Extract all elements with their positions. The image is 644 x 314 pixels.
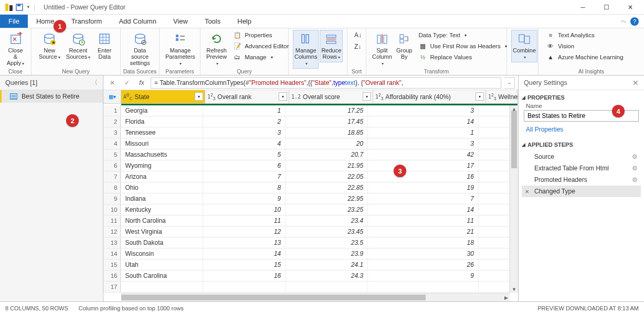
cell bbox=[121, 281, 203, 292]
all-properties-link[interactable]: All Properties bbox=[519, 124, 644, 137]
scroll-thumb[interactable] bbox=[511, 111, 517, 168]
table-row[interactable]: 6Wyoming621.9517 bbox=[103, 160, 510, 171]
group-by-button[interactable]: Group By bbox=[395, 30, 414, 61]
table-row[interactable]: 10Kentucky1023.2514 bbox=[103, 204, 510, 215]
minimize-button[interactable]: ─ bbox=[571, 0, 595, 15]
scroll-thumb-h[interactable] bbox=[121, 295, 426, 300]
scroll-down-icon[interactable]: ▼ bbox=[510, 286, 518, 293]
table-row[interactable]: 4Missouri4203 bbox=[103, 138, 510, 149]
filter-dropdown-icon[interactable]: ▾ bbox=[363, 92, 371, 101]
manage-parameters-icon bbox=[173, 31, 187, 46]
table-row[interactable]: 14Wisconsin1423.930 bbox=[103, 248, 510, 259]
applied-step[interactable]: Changed Type bbox=[522, 186, 641, 197]
cell: 19 bbox=[368, 182, 479, 193]
azure-ml-button[interactable]: ▲Azure Machine Learning bbox=[543, 52, 627, 62]
manage-columns-button[interactable]: Manage Columns▾ bbox=[293, 30, 319, 69]
table-row[interactable]: 7Arizona722.0516 bbox=[103, 171, 510, 182]
menu-view[interactable]: View bbox=[165, 15, 196, 28]
qat-dropdown-icon[interactable]: ▼ bbox=[26, 5, 30, 9]
applied-step[interactable]: Source⚙ bbox=[522, 151, 641, 163]
close-apply-button[interactable]: ✕ Close & Apply▾ bbox=[4, 30, 27, 69]
svg-rect-23 bbox=[302, 35, 304, 43]
menu-help[interactable]: Help bbox=[229, 15, 260, 28]
cell: North Carolina bbox=[121, 215, 203, 226]
vision-button[interactable]: 👁Vision bbox=[543, 41, 627, 51]
sort-asc-button[interactable]: A↓ bbox=[352, 30, 364, 40]
table-row[interactable]: 9Indiana922.957 bbox=[103, 193, 510, 204]
first-row-headers-button[interactable]: ▦Use First Row as Headers▾ bbox=[415, 41, 510, 51]
ribbon-collapse-icon[interactable]: へ bbox=[621, 18, 626, 25]
select-all-corner[interactable]: ▦▾ bbox=[103, 90, 121, 103]
data-source-settings-button[interactable]: Data source settings bbox=[125, 30, 155, 68]
table-row[interactable]: 11North Carolina1123.411 bbox=[103, 215, 510, 226]
ribbon-group-datasources: Data Sources bbox=[121, 68, 159, 74]
applied-step[interactable]: Extracted Table From Html⚙ bbox=[522, 163, 641, 174]
filter-dropdown-icon[interactable]: ▾ bbox=[279, 92, 287, 101]
table-row[interactable]: 3Tennessee318.851 bbox=[103, 127, 510, 138]
column-header[interactable]: 123Overall rank▾ bbox=[205, 90, 289, 103]
close-button[interactable]: ✕ bbox=[618, 0, 642, 15]
scroll-right-icon[interactable]: ▶ bbox=[502, 294, 510, 301]
close-settings-icon[interactable]: ✕ bbox=[632, 79, 639, 87]
vertical-scrollbar[interactable]: ▲ ▼ bbox=[510, 105, 518, 293]
column-header[interactable]: 123Wellnes bbox=[486, 90, 518, 103]
menu-tools[interactable]: Tools bbox=[196, 15, 229, 28]
properties-button[interactable]: 📋Properties bbox=[229, 30, 292, 40]
table-row[interactable]: 1Georgia117.253 bbox=[103, 105, 510, 116]
filter-dropdown-icon[interactable]: ▾ bbox=[195, 92, 203, 101]
menu-transform[interactable]: Transform bbox=[63, 15, 111, 28]
cancel-formula-button[interactable]: ✕ bbox=[107, 78, 118, 88]
table-row[interactable]: 2Florida217.4514 bbox=[103, 116, 510, 127]
advanced-editor-button[interactable]: 📝Advanced Editor bbox=[229, 41, 292, 51]
column-header[interactable]: 123Affordability rank (40%)▾ bbox=[373, 90, 486, 103]
ribbon-group-ai: AI Insights bbox=[539, 68, 644, 74]
svg-rect-11 bbox=[100, 34, 109, 44]
applied-steps-section[interactable]: ◢APPLIED STEPS bbox=[519, 137, 644, 150]
formula-expand-icon[interactable]: ⌄ bbox=[504, 77, 515, 89]
refresh-preview-button[interactable]: Refresh Preview▾ bbox=[205, 30, 228, 69]
manage-button[interactable]: 🗂Manage▾ bbox=[229, 52, 292, 62]
new-source-button[interactable]: ★ New Source▾ bbox=[36, 30, 64, 62]
table-row[interactable]: 17 bbox=[103, 281, 510, 293]
maximize-button[interactable]: ☐ bbox=[595, 0, 618, 15]
gear-icon[interactable]: ⚙ bbox=[632, 165, 638, 172]
table-row[interactable]: 13South Dakota1323.518 bbox=[103, 237, 510, 248]
properties-section[interactable]: ◢PROPERTIES bbox=[519, 90, 644, 103]
menu-file[interactable]: File bbox=[0, 15, 28, 28]
recent-sources-button[interactable]: Recent Sources▾ bbox=[65, 30, 92, 62]
table-row[interactable]: 12West Virginia1223.4521 bbox=[103, 226, 510, 237]
query-item[interactable]: Best States to Retire bbox=[0, 90, 103, 103]
split-column-button[interactable]: Split Column▾ bbox=[371, 30, 394, 69]
text-analytics-icon: ≡ bbox=[546, 31, 555, 39]
menu-add-column[interactable]: Add Column bbox=[110, 15, 165, 28]
column-header[interactable]: ABCState▾ bbox=[121, 90, 205, 103]
combine-button[interactable]: Combine▾ bbox=[511, 30, 537, 62]
table-row[interactable]: 15Utah1524.126 bbox=[103, 259, 510, 270]
cell bbox=[479, 149, 510, 160]
table-row[interactable]: 8Ohio822.8519 bbox=[103, 182, 510, 193]
cell: 1 bbox=[203, 105, 286, 116]
sort-desc-button[interactable]: Z↓ bbox=[352, 41, 364, 52]
reduce-rows-button[interactable]: Reduce Rows▾ bbox=[320, 30, 343, 62]
filter-dropdown-icon[interactable]: ▾ bbox=[476, 92, 484, 101]
help-icon[interactable]: ? bbox=[630, 17, 639, 26]
column-header[interactable]: 1.2Overall score▾ bbox=[289, 90, 373, 103]
svg-text:★: ★ bbox=[51, 40, 56, 45]
table-row[interactable]: 16South Carolina1624.39 bbox=[103, 270, 510, 281]
ribbon-group-transform: Transform bbox=[366, 68, 506, 74]
applied-step[interactable]: Promoted Headers⚙ bbox=[522, 174, 641, 186]
replace-values-button[interactable]: ½Replace Values bbox=[415, 52, 510, 62]
text-analytics-button[interactable]: ≡Text Analytics bbox=[543, 30, 627, 40]
data-type-button[interactable]: Data Type: Text▾ bbox=[415, 30, 510, 40]
save-icon[interactable] bbox=[15, 3, 24, 12]
gear-icon[interactable]: ⚙ bbox=[632, 153, 638, 160]
table-row[interactable]: 5Massachusetts520.742 bbox=[103, 149, 510, 160]
horizontal-scrollbar[interactable]: ◀ ▶ bbox=[121, 293, 510, 301]
formula-input[interactable]: = Table.TransformColumnTypes(#"Promoted … bbox=[151, 77, 501, 89]
enter-data-button[interactable]: Enter Data bbox=[93, 30, 116, 61]
collapse-queries-icon[interactable]: 〈 bbox=[91, 78, 98, 87]
accept-formula-button[interactable]: ✓ bbox=[121, 78, 133, 88]
fx-icon[interactable]: fx bbox=[136, 78, 147, 88]
manage-parameters-button[interactable]: Manage Parameters▾ bbox=[164, 30, 197, 69]
gear-icon[interactable]: ⚙ bbox=[632, 176, 638, 183]
